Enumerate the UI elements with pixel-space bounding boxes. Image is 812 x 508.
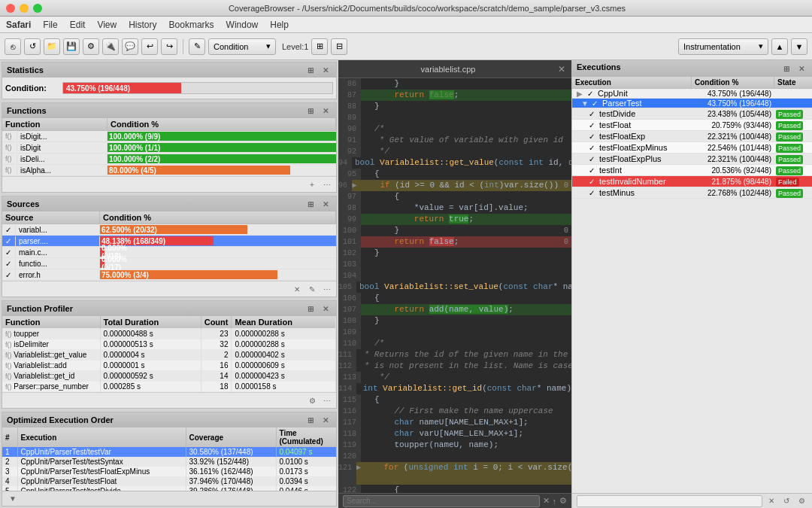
code-close-icon[interactable]: ✕ <box>558 64 565 75</box>
src-more-icon[interactable]: ⋯ <box>321 283 333 295</box>
exec-tree-row-testinvalidnumber[interactable]: ✓ testInvalidNumber 21.875% (98/448) Fai… <box>572 176 812 187</box>
toolbar-btn-3[interactable]: 📁 <box>44 38 60 55</box>
instrumentation-select[interactable]: Instrumentation ▾ <box>678 38 768 55</box>
search-prev-icon[interactable]: ↑ <box>553 497 557 506</box>
profiler-row-0[interactable]: f() toupper 0.000000488 s 23 0.000000288… <box>2 329 336 339</box>
exec-settings-icon[interactable]: ⚙ <box>795 495 807 507</box>
eo-filter-icon[interactable]: ▼ <box>7 493 19 505</box>
exec-reload-icon[interactable]: ↺ <box>780 495 792 507</box>
toolbar-expand-btn[interactable]: ⊞ <box>311 38 328 55</box>
menu-view[interactable]: View <box>97 20 117 30</box>
close-button[interactable] <box>6 4 15 13</box>
src-delete-icon[interactable]: ✕ <box>291 283 303 295</box>
search-close-icon[interactable]: ✕ <box>543 496 550 506</box>
functions-title: Functions <box>7 106 47 115</box>
code-toolbar: variablelist.cpp ✕ <box>338 60 571 78</box>
toolbar-btn-1[interactable]: ⎋ <box>5 38 21 55</box>
src-row-4[interactable]: ✓ error.h 75.000% (3/4) <box>2 269 336 281</box>
eo-row-0[interactable]: 1 CppUnit/ParserTest/testVar 30.580% (13… <box>2 447 336 457</box>
src-row-1[interactable]: ✓ parser.... 48.138% (168/349) <box>2 236 336 247</box>
profiler-row-3[interactable]: f() Variablelist::add 0.0000001 s 16 0.0… <box>2 360 336 371</box>
code-search-input[interactable] <box>343 495 540 507</box>
toolbar-btn-7[interactable]: 💬 <box>122 38 138 55</box>
label-testfloatexpplus: testFloatExpPlus <box>599 154 692 163</box>
profiler-row-2[interactable]: f() Variablelist::get_value 0.0000004 s … <box>2 350 336 360</box>
toolbar-shrink-btn[interactable]: ⊟ <box>331 38 347 55</box>
label-testint: testInt <box>599 166 692 175</box>
condition-select[interactable]: Condition ▾ <box>208 38 276 55</box>
exec-search-input[interactable] <box>577 495 762 507</box>
profiler-row-4[interactable]: f() Variablelist::get_id 0.000000592 s 1… <box>2 371 336 382</box>
menu-bookmarks[interactable]: Bookmarks <box>169 20 214 30</box>
exec-tree-row-cppunit[interactable]: ▶ ✓ CppUnit 43.750% (196/448) <box>572 89 812 99</box>
exec-tree-row-testint[interactable]: ✓ testInt 20.536% (92/448) Passed <box>572 165 812 176</box>
toolbar-btn-10[interactable]: ✎ <box>189 38 205 55</box>
fn-more-icon[interactable]: ⋯ <box>321 178 333 190</box>
src-row-3[interactable]: ✓ functio... 0.000% (0/17) <box>2 258 336 269</box>
search-settings-icon[interactable]: ⚙ <box>559 496 567 506</box>
fn-bar-fill-2: 100.000% (2/2) <box>108 154 336 163</box>
nav-up-btn[interactable]: ▲ <box>771 38 788 55</box>
statistics-header: Statistics ⊞ ✕ <box>2 62 336 78</box>
exec-collapse-icon[interactable]: ✕ <box>795 62 807 75</box>
ln-106: 106 <box>338 293 361 304</box>
menu-edit[interactable]: Edit <box>70 20 86 30</box>
marker-88 <box>361 101 371 112</box>
profiler-row-1[interactable]: f() isDelimiter 0.000000513 s 32 0.00000… <box>2 339 336 350</box>
code-scroll-area[interactable]: 86 } 87 return false; 88 } <box>338 78 571 493</box>
src-row-0[interactable]: ✓ variabl... 62.500% (20/32) <box>2 224 336 236</box>
exec-delete-icon[interactable]: ✕ <box>765 495 777 507</box>
eo-row-3[interactable]: 4 CppUnit/ParserTest/testFloat 37.946% (… <box>2 476 336 486</box>
expand-icon[interactable]: ⊞ <box>304 64 317 76</box>
profiler-collapse-icon[interactable]: ✕ <box>320 303 332 315</box>
fn-icon-0: f() <box>2 132 17 141</box>
fn-row-1[interactable]: f() isDigit 100.000% (1/1) <box>2 142 336 154</box>
fn-row-3[interactable]: f() isAlpha... 80.000% (4/5) <box>2 165 336 176</box>
toolbar-btn-8[interactable]: ↩ <box>141 38 158 55</box>
m106 <box>361 293 371 304</box>
exec-tree-row-testminus[interactable]: ✓ testMinus 22.768% (102/448) Passed <box>572 187 812 199</box>
menu-window[interactable]: Window <box>226 20 259 30</box>
src-edit-icon[interactable]: ✎ <box>306 283 318 295</box>
menubar: Safari File Edit View History Bookmarks … <box>0 17 812 33</box>
profiler-expand-icon[interactable]: ⊞ <box>304 303 317 315</box>
src-row-2[interactable]: ✓ main.c... 0.000% (0/18) <box>2 247 336 258</box>
eo-row-2[interactable]: 3 CppUnit/ParserTest/testFloatExpMinus 3… <box>2 467 336 476</box>
exec-order-expand-icon[interactable]: ⊞ <box>304 414 317 426</box>
toolbar-btn-4[interactable]: 💾 <box>63 38 80 55</box>
maximize-button[interactable] <box>33 4 42 13</box>
sources-collapse-icon[interactable]: ✕ <box>320 198 332 210</box>
functions-collapse-icon[interactable]: ✕ <box>320 105 332 117</box>
toolbar-btn-2[interactable]: ↺ <box>24 38 41 55</box>
executions-bottom-bar: ✕ ↺ ⚙ <box>572 493 812 508</box>
toolbar-btn-6[interactable]: 🔌 <box>102 38 119 55</box>
fn-row-2[interactable]: f() isDeli... 100.000% (2/2) <box>2 154 336 165</box>
profiler-settings-icon[interactable]: ⚙ <box>306 394 318 406</box>
eo-row-1[interactable]: 2 CppUnit/ParserTest/testSyntax 33.92% (… <box>2 457 336 467</box>
sources-expand-icon[interactable]: ⊞ <box>304 198 317 210</box>
menu-history[interactable]: History <box>129 20 156 30</box>
exec-tree-row-testfloatexpplus[interactable]: ✓ testFloatExpPlus 22.321% (100/448) Pas… <box>572 154 812 165</box>
exec-tree-row-testfloat[interactable]: ✓ testFloat 20.759% (93/448) Passed <box>572 120 812 131</box>
exec-tree-row-parsertest[interactable]: ▼ ✓ ParserTest 43.750% (196/448) <box>572 99 812 108</box>
toolbar-btn-9[interactable]: ↪ <box>161 38 177 55</box>
menu-help[interactable]: Help <box>270 20 289 30</box>
exec-tree-row-testfloatexp[interactable]: ✓ testFloatExp 22.321% (100/448) Passed <box>572 131 812 142</box>
nav-down-btn[interactable]: ▼ <box>791 38 807 55</box>
window-controls[interactable] <box>6 4 42 13</box>
exec-expand-icon[interactable]: ⊞ <box>780 62 792 75</box>
exec-order-collapse-icon[interactable]: ✕ <box>320 414 332 426</box>
minimize-button[interactable] <box>20 4 29 13</box>
fn-row-0[interactable]: f() isDigit... 100.000% (9/9) <box>2 131 336 142</box>
functions-expand-icon[interactable]: ⊞ <box>304 105 317 117</box>
fn-add-icon[interactable]: + <box>306 178 318 190</box>
exec-tree-row-testfloatexpminus[interactable]: ✓ testFloatExpMinus 22.546% (101/448) Pa… <box>572 142 812 154</box>
exec-tree-row-testdivide[interactable]: ✓ testDivide 23.438% (105/448) Passed <box>572 108 812 120</box>
toolbar-btn-5[interactable]: ⚙ <box>83 38 99 55</box>
functions-table-body: f() isDigit... 100.000% (9/9) f() isDigi… <box>2 131 336 176</box>
menu-file[interactable]: File <box>43 20 57 30</box>
profiler-more-icon[interactable]: ⋯ <box>321 394 333 406</box>
profiler-row-5[interactable]: f() Parser::parse_number 0.000285 s 18 0… <box>2 382 336 392</box>
collapse-icon[interactable]: ✕ <box>320 64 332 76</box>
menu-safari[interactable]: Safari <box>6 20 31 30</box>
